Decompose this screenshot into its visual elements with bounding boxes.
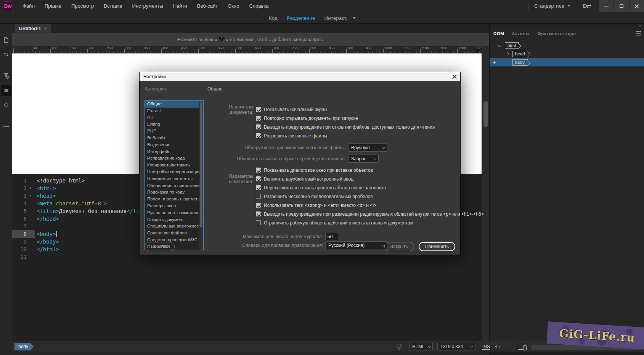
category-item[interactable]: PHP — [145, 128, 203, 135]
view-mode-bar: КодРазделениеИнтеракт. — [0, 12, 644, 24]
category-item[interactable]: Размеры окон — [145, 203, 203, 210]
dom-tag[interactable]: html — [505, 42, 519, 49]
window-size-dropdown[interactable]: 1319 x 334 — [437, 343, 475, 350]
view-mode-tab[interactable]: Интеракт. — [320, 15, 352, 21]
category-item[interactable]: Создать документ — [145, 216, 203, 223]
close-dialog-button[interactable]: Закрыть — [384, 242, 414, 251]
menu-item[interactable]: Просмотр — [66, 0, 99, 12]
scrollbar-thumb[interactable] — [483, 101, 488, 127]
help-button[interactable]: Справка — [145, 242, 175, 251]
target-icon[interactable] — [1, 99, 11, 111]
add-element-icon[interactable]: + — [493, 59, 496, 65]
fold-arrow-icon[interactable]: ▼ — [27, 184, 34, 192]
dialog-buttons: Справка Закрыть Применить — [145, 242, 455, 251]
apply-button[interactable]: Применить — [419, 242, 455, 251]
menu-item[interactable]: Вставка — [99, 0, 127, 12]
more-options-icon[interactable] — [1, 121, 11, 132]
live-view-doc-icon[interactable] — [1, 70, 11, 82]
dreamweaver-logo[interactable]: Dw — [3, 1, 13, 11]
view-mode-tab[interactable]: Разделение — [282, 15, 320, 21]
panel-tab-other[interactable]: Фрагменты кода — [537, 31, 576, 36]
line-gutter: 11 — [12, 253, 35, 261]
tag-selector-body[interactable]: body — [14, 343, 34, 350]
text-input[interactable]: 50 — [325, 233, 338, 240]
dom-tree-row[interactable]: +body — [490, 58, 644, 66]
panel-tab-dom[interactable]: DOM — [493, 31, 504, 36]
checkbox[interactable] — [256, 211, 261, 216]
category-item[interactable]: Git — [145, 115, 203, 121]
workspace-switcher[interactable]: Стандартное — [533, 3, 572, 9]
checkbox[interactable] — [256, 116, 261, 121]
category-item[interactable]: Просм. в реальн. времени — [145, 196, 203, 203]
checkbox[interactable] — [256, 168, 261, 173]
category-list[interactable]: ОбщиеExtractGitLintingPHPВеб-сайтВыделен… — [145, 100, 204, 250]
device-preview-icon[interactable] — [518, 344, 525, 350]
category-item[interactable]: Рук-ва по нов. возможностя — [145, 210, 203, 216]
category-item[interactable]: Копировать/вставить — [145, 162, 203, 169]
close-button[interactable] — [630, 0, 644, 12]
dropdown[interactable]: Вручную — [348, 144, 387, 152]
dom-tree-row[interactable]: head — [490, 50, 644, 58]
dom-tag[interactable]: body — [512, 59, 528, 66]
category-item[interactable]: Настройки синхронизации — [145, 169, 203, 176]
checkbox[interactable] — [256, 220, 261, 225]
category-item[interactable]: Общие — [145, 101, 203, 108]
sync-settings-icon[interactable]: ⚙⇄ — [580, 3, 593, 10]
category-item[interactable]: Extract — [145, 108, 203, 115]
insert-mode-indicator[interactable]: INS — [482, 344, 490, 350]
view-mode-tab[interactable]: Код — [264, 15, 282, 21]
checkbox[interactable] — [256, 107, 261, 112]
checkbox[interactable] — [256, 203, 261, 208]
category-item[interactable]: Сравнение файлов — [145, 230, 203, 237]
upload-download-icon[interactable] — [1, 49, 11, 60]
menu-item[interactable]: Найти — [168, 0, 192, 12]
file-icon[interactable] — [1, 34, 11, 46]
category-item[interactable]: Linting — [145, 121, 203, 128]
tab-close-icon[interactable]: × — [44, 26, 47, 31]
panel-menu-icon[interactable] — [636, 31, 641, 36]
menu-item[interactable]: Инструменты — [127, 0, 168, 12]
checkbox[interactable] — [256, 124, 261, 129]
minimize-button[interactable] — [599, 0, 613, 12]
group-label: Параметры документа: — [207, 104, 253, 115]
media-query-marker-icon[interactable] — [475, 49, 480, 53]
category-item[interactable]: Интерфейс — [145, 148, 203, 155]
menu-item[interactable]: Правка — [40, 0, 66, 12]
category-item[interactable]: Специальные возможности — [145, 223, 203, 230]
collapse-panel-icon[interactable]: » — [639, 24, 641, 28]
checkbox[interactable] — [256, 194, 261, 199]
checkbox[interactable] — [256, 133, 261, 138]
fold-spacer — [27, 223, 34, 230]
fold-arrow-icon[interactable]: ▼ — [27, 192, 34, 200]
category-item[interactable]: Невидимые элементы — [145, 176, 203, 182]
document-tab[interactable]: Untitled-1 × — [15, 24, 51, 33]
vertical-scrollbar[interactable] — [482, 46, 489, 341]
chevron-down-icon — [373, 157, 376, 160]
chevron-down-icon[interactable] — [353, 17, 356, 19]
maximize-button[interactable] — [614, 0, 629, 12]
format-lines-icon[interactable] — [1, 85, 11, 96]
doctype-dropdown[interactable]: HTML — [409, 343, 433, 350]
menu-item[interactable]: Файл — [18, 0, 40, 12]
category-item[interactable]: Подсказки по коду — [145, 189, 203, 196]
menu-item[interactable]: Окно — [223, 0, 244, 12]
category-item[interactable]: Веб-сайт — [145, 135, 203, 142]
dom-tree-row[interactable]: html — [490, 41, 644, 50]
scrollbar-thumb[interactable] — [200, 102, 202, 228]
menu-item[interactable]: Веб-сайт — [192, 0, 223, 12]
category-item[interactable]: Обновления в приложении — [145, 182, 203, 189]
dropdown[interactable]: Запрос — [348, 155, 379, 163]
dialog-title-bar[interactable]: Настройки — [140, 72, 460, 81]
menu-item[interactable]: Справка — [244, 0, 273, 12]
category-item[interactable]: Исправление кода — [145, 155, 203, 162]
checkbox[interactable] — [256, 176, 261, 181]
dom-tag[interactable]: head — [512, 51, 528, 57]
category-item[interactable]: Выделение — [145, 142, 203, 148]
panel-tab-other[interactable]: Активы — [512, 31, 530, 36]
checkbox[interactable] — [256, 185, 261, 190]
chevron-down-icon[interactable] — [498, 44, 501, 47]
category-list-scrollbar[interactable] — [199, 101, 203, 250]
dialog-close-icon[interactable] — [452, 74, 457, 79]
chevron-right-icon[interactable] — [506, 52, 509, 55]
ruler[interactable]: 0501001502002503003504004505005506006507… — [12, 46, 482, 53]
